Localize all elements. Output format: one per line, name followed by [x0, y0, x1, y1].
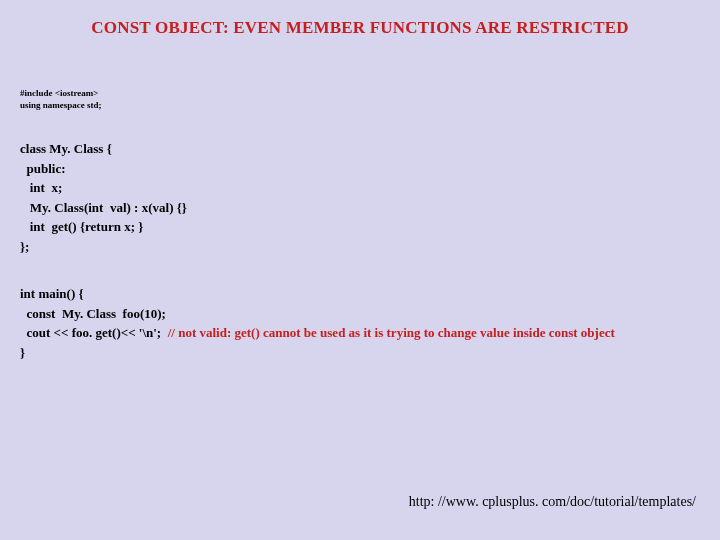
- code-line: }: [20, 343, 700, 363]
- footer-url: http: //www. cplusplus. com/doc/tutorial…: [409, 494, 696, 510]
- class-definition: class My. Class { public: int x; My. Cla…: [20, 139, 700, 256]
- code-line: int get() {return x; }: [20, 217, 700, 237]
- code-line: };: [20, 237, 700, 257]
- code-line: public:: [20, 159, 700, 179]
- code-line: My. Class(int val) : x(val) {}: [20, 198, 700, 218]
- code-line: int x;: [20, 178, 700, 198]
- code-line: cout << foo. get()<< '\n'; // not valid:…: [20, 323, 700, 343]
- code-text: cout << foo. get()<< '\n';: [20, 325, 168, 340]
- code-line: int main() {: [20, 284, 700, 304]
- code-line: const My. Class foo(10);: [20, 304, 700, 324]
- using-line: using namespace std;: [20, 100, 700, 112]
- include-line: #include <iostream>: [20, 88, 700, 100]
- include-block: #include <iostream> using namespace std;: [20, 88, 700, 111]
- main-function: int main() { const My. Class foo(10); co…: [20, 284, 700, 362]
- code-comment: // not valid: get() cannot be used as it…: [168, 325, 615, 340]
- slide-content: #include <iostream> using namespace std;…: [0, 38, 720, 362]
- code-line: class My. Class {: [20, 139, 700, 159]
- slide-title: CONST OBJECT: EVEN MEMBER FUNCTIONS ARE …: [0, 0, 720, 38]
